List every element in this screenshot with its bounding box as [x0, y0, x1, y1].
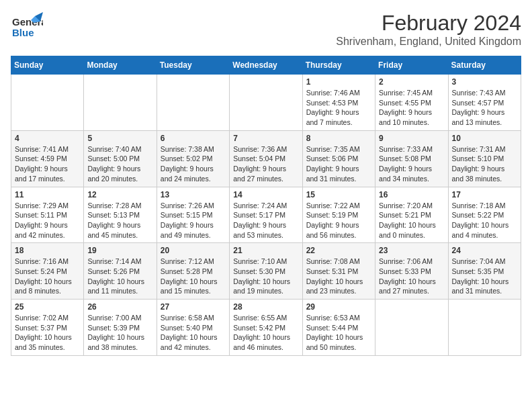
col-header-tuesday: Tuesday [157, 56, 229, 75]
day-info: Sunrise: 7:24 AMSunset: 5:17 PMDaylight:… [233, 201, 298, 240]
day-number: 17 [452, 190, 517, 199]
day-info: Sunrise: 7:10 AMSunset: 5:30 PMDaylight:… [233, 257, 298, 296]
week-row-5: 25Sunrise: 7:02 AMSunset: 5:37 PMDayligh… [11, 300, 521, 356]
day-number: 26 [87, 302, 152, 312]
calendar-cell: 24Sunrise: 7:04 AMSunset: 5:35 PMDayligh… [448, 243, 521, 300]
calendar-cell: 2Sunrise: 7:45 AMSunset: 4:55 PMDaylight… [375, 75, 448, 131]
calendar-cell: 18Sunrise: 7:16 AMSunset: 5:24 PMDayligh… [11, 243, 84, 300]
col-header-thursday: Thursday [302, 56, 375, 75]
calendar-table: SundayMondayTuesdayWednesdayThursdayFrid… [11, 56, 521, 356]
day-number: 13 [161, 190, 226, 199]
day-info: Sunrise: 6:55 AMSunset: 5:42 PMDaylight:… [233, 313, 298, 353]
day-number: 22 [306, 246, 371, 255]
calendar-cell: 14Sunrise: 7:24 AMSunset: 5:17 PMDayligh… [230, 187, 302, 243]
day-number: 29 [306, 302, 371, 312]
day-info: Sunrise: 7:12 AMSunset: 5:28 PMDaylight:… [161, 257, 226, 296]
week-row-2: 4Sunrise: 7:41 AMSunset: 4:59 PMDaylight… [11, 130, 521, 187]
calendar-cell: 22Sunrise: 7:08 AMSunset: 5:31 PMDayligh… [302, 243, 375, 300]
day-info: Sunrise: 7:28 AMSunset: 5:13 PMDaylight:… [87, 201, 152, 240]
day-number: 27 [161, 302, 226, 312]
calendar-cell: 5Sunrise: 7:40 AMSunset: 5:00 PMDaylight… [84, 130, 157, 187]
day-info: Sunrise: 7:26 AMSunset: 5:15 PMDaylight:… [161, 201, 226, 240]
day-info: Sunrise: 7:43 AMSunset: 4:57 PMDaylight:… [452, 88, 517, 128]
day-number: 16 [379, 190, 444, 199]
calendar-cell: 29Sunrise: 6:53 AMSunset: 5:44 PMDayligh… [302, 300, 375, 356]
day-info: Sunrise: 7:38 AMSunset: 5:02 PMDaylight:… [161, 144, 226, 184]
calendar-cell: 12Sunrise: 7:28 AMSunset: 5:13 PMDayligh… [84, 187, 157, 243]
day-info: Sunrise: 6:58 AMSunset: 5:40 PMDaylight:… [161, 313, 226, 353]
calendar-cell: 13Sunrise: 7:26 AMSunset: 5:15 PMDayligh… [157, 187, 229, 243]
col-header-monday: Monday [84, 56, 157, 75]
col-header-friday: Friday [375, 56, 448, 75]
calendar-cell: 3Sunrise: 7:43 AMSunset: 4:57 PMDaylight… [448, 75, 521, 131]
day-info: Sunrise: 7:33 AMSunset: 5:08 PMDaylight:… [379, 144, 444, 184]
calendar-cell: 9Sunrise: 7:33 AMSunset: 5:08 PMDaylight… [375, 130, 448, 187]
calendar-cell: 17Sunrise: 7:18 AMSunset: 5:22 PMDayligh… [448, 187, 521, 243]
col-header-saturday: Saturday [448, 56, 521, 75]
day-number: 24 [452, 246, 517, 255]
title-block: February 2024 Shrivenham, England, Unite… [336, 11, 521, 48]
day-info: Sunrise: 7:20 AMSunset: 5:21 PMDaylight:… [379, 201, 444, 240]
day-number: 25 [15, 302, 80, 312]
calendar-cell: 20Sunrise: 7:12 AMSunset: 5:28 PMDayligh… [157, 243, 229, 300]
day-number: 6 [161, 134, 226, 143]
calendar-cell: 10Sunrise: 7:31 AMSunset: 5:10 PMDayligh… [448, 130, 521, 187]
day-number: 1 [306, 77, 371, 87]
calendar-cell: 15Sunrise: 7:22 AMSunset: 5:19 PMDayligh… [302, 187, 375, 243]
calendar-cell: 27Sunrise: 6:58 AMSunset: 5:40 PMDayligh… [157, 300, 229, 356]
day-number: 19 [87, 246, 152, 255]
day-info: Sunrise: 7:02 AMSunset: 5:37 PMDaylight:… [15, 313, 80, 353]
day-info: Sunrise: 7:29 AMSunset: 5:11 PMDaylight:… [15, 201, 80, 240]
day-info: Sunrise: 7:35 AMSunset: 5:06 PMDaylight:… [306, 144, 371, 184]
day-info: Sunrise: 7:16 AMSunset: 5:24 PMDaylight:… [15, 257, 80, 296]
calendar-cell: 16Sunrise: 7:20 AMSunset: 5:21 PMDayligh… [375, 187, 448, 243]
day-info: Sunrise: 7:36 AMSunset: 5:04 PMDaylight:… [233, 144, 298, 184]
day-info: Sunrise: 7:00 AMSunset: 5:39 PMDaylight:… [87, 313, 152, 353]
calendar-cell: 8Sunrise: 7:35 AMSunset: 5:06 PMDaylight… [302, 130, 375, 187]
calendar-cell [230, 75, 302, 131]
logo: General Blue [11, 11, 43, 46]
day-number: 3 [452, 77, 517, 87]
col-header-sunday: Sunday [11, 56, 84, 75]
day-number: 11 [15, 190, 80, 199]
day-number: 15 [306, 190, 371, 199]
calendar-cell: 4Sunrise: 7:41 AMSunset: 4:59 PMDaylight… [11, 130, 84, 187]
calendar-cell [448, 300, 521, 356]
calendar-cell: 25Sunrise: 7:02 AMSunset: 5:37 PMDayligh… [11, 300, 84, 356]
location: Shrivenham, England, United Kingdom [336, 36, 521, 48]
page-header: General Blue February 2024 Shrivenham, E… [11, 11, 521, 48]
day-info: Sunrise: 7:22 AMSunset: 5:19 PMDaylight:… [306, 201, 371, 240]
calendar-cell: 28Sunrise: 6:55 AMSunset: 5:42 PMDayligh… [230, 300, 302, 356]
day-number: 12 [87, 190, 152, 199]
calendar-cell: 7Sunrise: 7:36 AMSunset: 5:04 PMDaylight… [230, 130, 302, 187]
calendar-cell [157, 75, 229, 131]
week-row-3: 11Sunrise: 7:29 AMSunset: 5:11 PMDayligh… [11, 187, 521, 243]
day-number: 21 [233, 246, 298, 255]
day-number: 23 [379, 246, 444, 255]
day-number: 5 [87, 134, 152, 143]
day-number: 14 [233, 190, 298, 199]
day-info: Sunrise: 7:06 AMSunset: 5:33 PMDaylight:… [379, 257, 444, 296]
day-number: 7 [233, 134, 298, 143]
day-info: Sunrise: 7:31 AMSunset: 5:10 PMDaylight:… [452, 144, 517, 184]
day-info: Sunrise: 7:04 AMSunset: 5:35 PMDaylight:… [452, 257, 517, 296]
calendar-cell [84, 75, 157, 131]
week-row-4: 18Sunrise: 7:16 AMSunset: 5:24 PMDayligh… [11, 243, 521, 300]
day-info: Sunrise: 7:14 AMSunset: 5:26 PMDaylight:… [87, 257, 152, 296]
logo-icon: General Blue [11, 11, 43, 46]
month-title: February 2024 [336, 11, 521, 36]
calendar-cell: 26Sunrise: 7:00 AMSunset: 5:39 PMDayligh… [84, 300, 157, 356]
calendar-cell: 21Sunrise: 7:10 AMSunset: 5:30 PMDayligh… [230, 243, 302, 300]
day-info: Sunrise: 6:53 AMSunset: 5:44 PMDaylight:… [306, 313, 371, 353]
calendar-cell: 11Sunrise: 7:29 AMSunset: 5:11 PMDayligh… [11, 187, 84, 243]
calendar-cell: 6Sunrise: 7:38 AMSunset: 5:02 PMDaylight… [157, 130, 229, 187]
calendar-cell: 19Sunrise: 7:14 AMSunset: 5:26 PMDayligh… [84, 243, 157, 300]
day-info: Sunrise: 7:18 AMSunset: 5:22 PMDaylight:… [452, 201, 517, 240]
day-number: 8 [306, 134, 371, 143]
day-info: Sunrise: 7:46 AMSunset: 4:53 PMDaylight:… [306, 88, 371, 128]
week-row-1: 1Sunrise: 7:46 AMSunset: 4:53 PMDaylight… [11, 75, 521, 131]
day-info: Sunrise: 7:45 AMSunset: 4:55 PMDaylight:… [379, 88, 444, 128]
day-number: 9 [379, 134, 444, 143]
day-number: 18 [15, 246, 80, 255]
day-number: 20 [161, 246, 226, 255]
